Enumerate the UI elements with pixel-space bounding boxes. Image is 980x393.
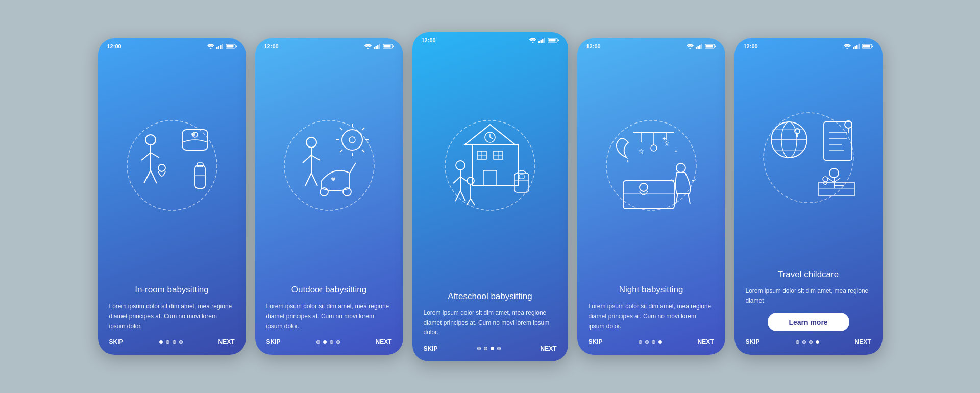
next-button-3[interactable]: NEXT bbox=[540, 345, 556, 352]
dot-2-4 bbox=[336, 340, 340, 344]
svg-line-36 bbox=[362, 128, 364, 130]
svg-line-68 bbox=[453, 177, 460, 183]
skip-button-2[interactable]: SKIP bbox=[266, 338, 281, 346]
svg-rect-48 bbox=[542, 39, 544, 43]
dot-5-3 bbox=[809, 340, 813, 344]
skip-button-4[interactable]: SKIP bbox=[589, 338, 603, 346]
status-bar-1: 12:00 bbox=[98, 38, 246, 52]
icon-area-5 bbox=[734, 52, 883, 269]
dot-5-4 bbox=[816, 340, 819, 344]
phone-description-2: Lorem ipsum dolor sit dim amet, mea regi… bbox=[266, 302, 392, 331]
dot-1-1 bbox=[159, 340, 163, 344]
svg-point-28 bbox=[342, 130, 362, 150]
svg-rect-52 bbox=[558, 39, 559, 41]
babysitting-icon-4: ✦ ✦ ✦ bbox=[595, 114, 707, 222]
svg-rect-105 bbox=[854, 46, 856, 49]
svg-rect-46 bbox=[538, 41, 540, 43]
phone-description-4: Lorem ipsum dolor sit dim amet, mea regi… bbox=[589, 302, 714, 331]
svg-line-12 bbox=[144, 170, 151, 183]
dots-3 bbox=[477, 347, 501, 350]
phones-container: 12:00 bbox=[98, 32, 883, 361]
phone-nav-1: SKIP NEXT bbox=[98, 331, 246, 355]
battery-icon-4 bbox=[705, 44, 716, 49]
status-icons-3 bbox=[529, 38, 559, 43]
battery-icon-2 bbox=[383, 44, 394, 49]
svg-rect-76 bbox=[514, 173, 529, 192]
svg-rect-104 bbox=[853, 47, 854, 49]
time-5: 12:00 bbox=[744, 43, 758, 50]
svg-line-37 bbox=[340, 150, 342, 152]
svg-point-38 bbox=[306, 137, 316, 148]
next-button-2[interactable]: NEXT bbox=[375, 338, 391, 346]
phone-3: 12:00 bbox=[412, 32, 568, 361]
svg-rect-0 bbox=[216, 47, 218, 49]
phone-nav-4: SKIP NEXT bbox=[577, 331, 725, 355]
dot-3-2 bbox=[484, 347, 487, 350]
status-bar-4: 12:00 bbox=[577, 38, 725, 52]
svg-point-86 bbox=[606, 120, 696, 210]
skip-button-3[interactable]: SKIP bbox=[424, 345, 438, 352]
svg-rect-79 bbox=[696, 47, 697, 49]
phone-nav-5: SKIP NEXT bbox=[734, 331, 883, 355]
signal-icon-4 bbox=[696, 44, 703, 49]
phone-title-3: Afteschool babysitting bbox=[424, 291, 557, 302]
skip-button-5[interactable]: SKIP bbox=[746, 338, 760, 346]
signal-icon bbox=[216, 44, 224, 49]
svg-line-69 bbox=[460, 177, 468, 182]
dot-3-4 bbox=[497, 347, 501, 350]
svg-point-126 bbox=[829, 168, 839, 178]
dot-1-2 bbox=[166, 340, 169, 344]
svg-line-42 bbox=[305, 173, 311, 186]
dot-2-3 bbox=[330, 340, 333, 344]
time-3: 12:00 bbox=[422, 37, 436, 43]
svg-line-103 bbox=[692, 180, 696, 181]
wifi-icon-5 bbox=[844, 44, 851, 49]
svg-rect-26 bbox=[393, 46, 394, 47]
icon-area-4: ✦ ✦ ✦ bbox=[577, 52, 725, 284]
babysitting-icon-1 bbox=[116, 114, 228, 222]
svg-rect-84 bbox=[705, 45, 713, 48]
svg-line-41 bbox=[311, 155, 320, 160]
svg-rect-49 bbox=[544, 38, 545, 43]
wifi-icon-3 bbox=[529, 38, 536, 43]
phone-title-5: Travel childcare bbox=[746, 269, 871, 280]
svg-rect-20 bbox=[374, 47, 375, 49]
dot-4-3 bbox=[652, 340, 655, 344]
status-icons-2 bbox=[364, 44, 394, 49]
svg-rect-107 bbox=[858, 44, 860, 49]
learn-more-button[interactable]: Learn more bbox=[768, 313, 849, 331]
svg-rect-85 bbox=[715, 46, 716, 47]
skip-button-1[interactable]: SKIP bbox=[109, 338, 124, 346]
babysitting-icon-3 bbox=[434, 114, 546, 222]
time-4: 12:00 bbox=[586, 43, 601, 50]
wifi-icon-4 bbox=[687, 44, 694, 49]
svg-rect-110 bbox=[872, 46, 873, 47]
status-bar-5: 12:00 bbox=[734, 38, 883, 52]
phone-title-4: Night babysitting bbox=[589, 284, 714, 296]
dot-4-1 bbox=[639, 340, 642, 344]
phone-nav-3: SKIP NEXT bbox=[412, 338, 568, 361]
svg-point-98 bbox=[640, 183, 648, 191]
phone-title-1: In-room babysitting bbox=[109, 284, 235, 296]
signal-icon-3 bbox=[538, 38, 546, 43]
next-button-4[interactable]: NEXT bbox=[697, 338, 714, 346]
svg-point-19 bbox=[158, 164, 165, 171]
babysitting-icon-5 bbox=[752, 107, 865, 214]
status-bar-2: 12:00 bbox=[255, 38, 403, 52]
phone-content-4: Night babysitting Lorem ipsum dolor sit … bbox=[577, 284, 725, 331]
babysitting-icon-2 bbox=[273, 114, 385, 222]
svg-point-92 bbox=[651, 145, 657, 151]
svg-point-132 bbox=[823, 177, 828, 182]
dot-3-1 bbox=[477, 347, 481, 350]
icon-area-1 bbox=[98, 52, 246, 284]
signal-icon-2 bbox=[374, 44, 381, 49]
svg-point-66 bbox=[456, 161, 465, 170]
next-button-1[interactable]: NEXT bbox=[218, 338, 234, 346]
phone-2: 12:00 bbox=[255, 38, 403, 355]
next-button-5[interactable]: NEXT bbox=[854, 338, 871, 346]
svg-rect-25 bbox=[383, 45, 390, 48]
svg-rect-80 bbox=[697, 46, 699, 49]
svg-rect-82 bbox=[701, 44, 702, 49]
wifi-icon-2 bbox=[364, 44, 372, 49]
svg-rect-51 bbox=[548, 39, 555, 41]
